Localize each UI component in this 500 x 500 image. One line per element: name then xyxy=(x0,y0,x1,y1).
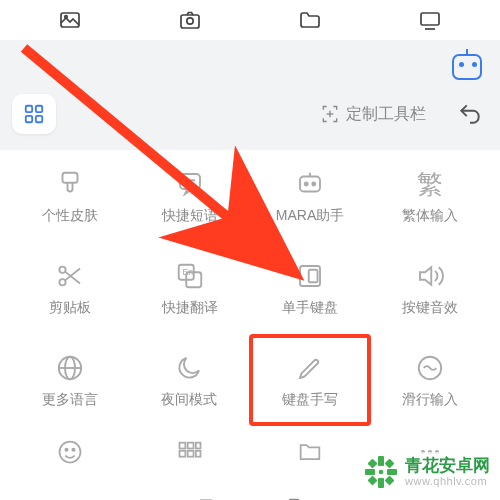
svg-rect-16 xyxy=(300,177,320,192)
svg-rect-50 xyxy=(378,456,384,466)
customize-label: 定制工具栏 xyxy=(346,104,426,125)
svg-point-3 xyxy=(187,18,193,24)
speaker-icon xyxy=(413,259,447,293)
svg-rect-4 xyxy=(421,13,439,25)
svg-rect-8 xyxy=(26,116,32,122)
svg-rect-6 xyxy=(26,106,32,112)
svg-point-33 xyxy=(60,442,81,463)
svg-rect-51 xyxy=(378,478,384,488)
keypad-icon xyxy=(173,435,207,469)
svg-text:En: En xyxy=(183,267,194,277)
svg-rect-28 xyxy=(309,270,318,283)
svg-rect-57 xyxy=(385,476,395,486)
svg-rect-37 xyxy=(188,443,194,449)
customize-toolbar-button[interactable]: 定制工具栏 xyxy=(310,98,436,131)
item-label: 剪贴板 xyxy=(49,299,91,317)
svg-rect-56 xyxy=(368,476,378,486)
svg-rect-9 xyxy=(36,116,42,122)
emoji-item[interactable] xyxy=(10,426,130,486)
translate-icon: En xyxy=(173,259,207,293)
svg-rect-55 xyxy=(385,459,395,469)
svg-rect-39 xyxy=(180,451,186,457)
svg-point-34 xyxy=(65,449,67,451)
clipboard-item[interactable]: 剪贴板 xyxy=(10,242,130,334)
svg-point-18 xyxy=(312,183,315,186)
camera-icon[interactable] xyxy=(178,8,203,33)
svg-rect-53 xyxy=(387,469,397,475)
assistant-icon xyxy=(293,167,327,201)
apps-button[interactable] xyxy=(12,94,56,134)
item-label: 更多语言 xyxy=(42,391,98,409)
expand-icon xyxy=(320,104,340,124)
watermark-logo-icon xyxy=(363,454,399,490)
item-label: 按键音效 xyxy=(402,299,458,317)
swipe-input-item[interactable]: 滑行输入 xyxy=(371,334,491,426)
more-languages-item[interactable]: 更多语言 xyxy=(10,334,130,426)
svg-rect-13 xyxy=(180,174,200,189)
svg-point-35 xyxy=(72,449,74,451)
folder-sm-icon xyxy=(293,435,327,469)
key-sound-item[interactable]: 按键音效 xyxy=(370,242,490,334)
item-label: 个性皮肤 xyxy=(42,207,98,225)
monitor-icon[interactable] xyxy=(418,8,443,33)
one-hand-keyboard-item[interactable]: 单手键盘 xyxy=(250,242,370,334)
svg-rect-12 xyxy=(63,173,78,183)
globe-icon xyxy=(53,351,87,385)
quick-translate-item[interactable]: En 快捷翻译 xyxy=(130,242,250,334)
night-mode-item[interactable]: 夜间模式 xyxy=(130,334,250,426)
scissors-icon xyxy=(53,259,87,293)
item-label: 滑行输入 xyxy=(402,391,458,409)
robot-icon[interactable] xyxy=(452,54,482,80)
folder-icon[interactable] xyxy=(298,8,323,33)
one-hand-icon xyxy=(293,259,327,293)
svg-point-21 xyxy=(59,279,65,285)
svg-rect-54 xyxy=(368,459,378,469)
svg-point-59 xyxy=(379,470,384,475)
wave-icon xyxy=(413,351,447,385)
tools-grid: 个性皮肤 快捷短语 MARA助手 繁 繁体输入 剪贴板 En 快捷翻译 单手键盘 xyxy=(0,150,500,486)
item-label: 夜间模式 xyxy=(161,391,217,409)
back-button[interactable] xyxy=(452,96,488,132)
svg-rect-52 xyxy=(365,469,375,475)
svg-rect-7 xyxy=(36,106,42,112)
traditional-input-item[interactable]: 繁 繁体输入 xyxy=(370,150,490,242)
item-label: 快捷翻译 xyxy=(162,299,218,317)
nav-home-icon[interactable] xyxy=(285,495,303,500)
toolbar-panel: 定制工具栏 xyxy=(0,40,500,150)
nav-menu-icon[interactable] xyxy=(197,495,215,500)
watermark-url: www.qhhlv.com xyxy=(405,475,490,487)
image-icon[interactable] xyxy=(58,8,83,33)
keyboard-handwriting-item[interactable]: 键盘手写 xyxy=(249,334,371,426)
svg-point-20 xyxy=(59,267,65,273)
item-label: 单手键盘 xyxy=(282,299,338,317)
face-icon xyxy=(53,435,87,469)
personal-skin-item[interactable]: 个性皮肤 xyxy=(10,150,130,242)
svg-point-17 xyxy=(305,183,308,186)
traditional-icon: 繁 xyxy=(413,167,447,201)
keypad-item[interactable] xyxy=(130,426,250,486)
watermark-title: 青花安卓网 xyxy=(405,457,490,476)
quick-phrase-item[interactable]: 快捷短语 xyxy=(130,150,250,242)
svg-rect-38 xyxy=(196,443,201,449)
pencil-icon xyxy=(293,351,327,385)
speech-icon xyxy=(173,167,207,201)
moon-icon xyxy=(172,351,206,385)
item-label: 键盘手写 xyxy=(282,391,338,409)
item-label: MARA助手 xyxy=(276,207,344,225)
watermark: 青花安卓网 www.qhhlv.com xyxy=(359,452,494,492)
brush-icon xyxy=(53,167,87,201)
svg-rect-40 xyxy=(188,451,194,457)
item-label: 繁体输入 xyxy=(402,207,458,225)
top-action-bar xyxy=(0,0,500,40)
svg-rect-41 xyxy=(196,451,201,457)
doc-item[interactable] xyxy=(250,426,370,486)
item-label: 快捷短语 xyxy=(162,207,218,225)
mara-assistant-item[interactable]: MARA助手 xyxy=(250,150,370,242)
svg-rect-36 xyxy=(180,443,186,449)
